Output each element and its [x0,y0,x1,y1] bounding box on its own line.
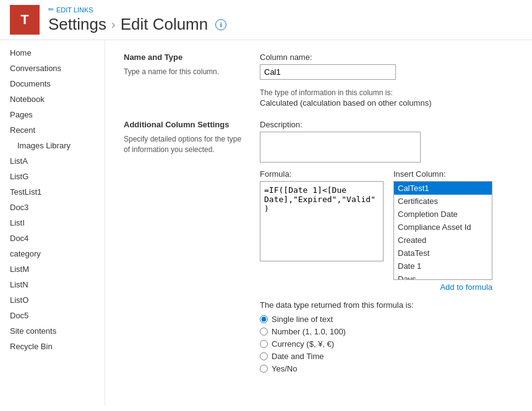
add-to-formula-button[interactable]: Add to formula [393,282,492,292]
insert-column-listbox[interactable]: CalTest1CertificatesCompletion DateCompl… [393,181,492,280]
radio-label-currency: Currency ($, ¥, €) [272,339,334,349]
sidebar-item-home[interactable]: Home [0,45,105,61]
sidebar-item-conversations[interactable]: Conversations [0,61,105,76]
sidebar-item-notebook[interactable]: Notebook [0,91,105,107]
sidebar-item-doc3[interactable]: Doc3 [0,200,105,215]
sidebar-item-doc5[interactable]: Doc5 [0,308,105,323]
formula-row: Formula: =IF([Date 1]<[Due Date],"Expire… [260,169,513,292]
header-text: ✏ EDIT LINKS Settings › Edit Column i [48,6,226,34]
radio-currency[interactable] [260,340,268,348]
sidebar-item-doc4[interactable]: Doc4 [0,231,105,246]
insert-column-col: Insert Column: CalTest1CertificatesCompl… [393,169,492,292]
main-content: Name and Type Type a name for this colum… [105,40,532,405]
additional-settings-right: Description: Formula: =IF([Date 1]<[Due … [260,120,513,373]
radio-item-yes-no[interactable]: Yes/No [260,364,513,373]
radio-number[interactable] [260,328,268,336]
sidebar-item-images-library[interactable]: Images Library [0,138,105,153]
sidebar-item-testlist1[interactable]: TestList1 [0,184,105,200]
title-main: Settings [48,15,106,34]
name-type-subtitle: Type a name for this column. [124,67,247,77]
listbox-item[interactable]: CalTest1 [394,182,492,195]
radio-date-time[interactable] [260,352,268,360]
description-label: Description: [260,120,513,129]
breadcrumb-arrow: › [111,17,116,32]
formula-col: Formula: =IF([Date 1]<[Due Date],"Expire… [260,169,384,292]
additional-settings-left: Additional Column Settings Specify detai… [124,120,260,373]
edit-links-label: EDIT LINKS [56,6,93,14]
title-sub: Edit Column [121,15,208,34]
radio-label-number: Number (1, 1.0, 100) [272,327,346,336]
layout: HomeConversationsDocumentsNotebookPagesR… [0,40,532,405]
additional-settings-section: Additional Column Settings Specify detai… [124,120,513,373]
additional-settings-title: Additional Column Settings [124,120,247,129]
listbox-item[interactable]: Date 1 [394,260,492,273]
formula-textarea[interactable]: =IF([Date 1]<[Due Date],"Expired","Valid… [260,181,384,261]
column-type-value: Calculated (calculation based on other c… [260,98,513,108]
formula-label: Formula: [260,169,384,179]
column-name-input[interactable] [260,64,396,80]
page-title: Settings › Edit Column i [48,15,226,34]
radio-label-yes-no: Yes/No [272,364,297,373]
edit-links-button[interactable]: ✏ EDIT LINKS [48,6,226,14]
sidebar-item-listg[interactable]: ListG [0,169,105,184]
additional-settings-subtitle: Specify detailed options for the type of… [124,134,247,155]
logo: T [10,5,40,35]
data-type-label: The data type returned from this formula… [260,300,513,310]
sidebar-item-documents[interactable]: Documents [0,76,105,91]
data-type-radio-group: Single line of textNumber (1, 1.0, 100)C… [260,315,513,373]
name-type-title: Name and Type [124,53,247,62]
name-type-section: Name and Type Type a name for this colum… [124,53,513,108]
pencil-icon: ✏ [48,6,54,14]
sidebar-item-lista[interactable]: ListA [0,153,105,169]
name-type-right: Column name: The type of information in … [260,53,513,108]
column-type-label: The type of information in this column i… [260,88,513,97]
radio-item-currency[interactable]: Currency ($, ¥, €) [260,339,513,349]
sidebar-item-site-contents[interactable]: Site contents [0,323,105,339]
sidebar-item-pages[interactable]: Pages [0,107,105,122]
listbox-item[interactable]: Days [394,273,492,280]
sidebar: HomeConversationsDocumentsNotebookPagesR… [0,40,105,405]
sidebar-item-listo[interactable]: ListO [0,292,105,308]
listbox-item[interactable]: Certificates [394,195,492,208]
header: T ✏ EDIT LINKS Settings › Edit Column i [0,0,532,40]
sidebar-item-recent[interactable]: Recent [0,122,105,138]
info-icon[interactable]: i [215,19,226,30]
sidebar-item-category[interactable]: category [0,246,105,261]
listbox-item[interactable]: Compliance Asset Id [394,221,492,234]
sidebar-item-listl[interactable]: ListI [0,215,105,231]
sidebar-item-listm[interactable]: ListM [0,261,105,277]
radio-item-single-line[interactable]: Single line of text [260,315,513,324]
data-type-section: The data type returned from this formula… [260,300,513,373]
listbox-item[interactable]: Created [394,234,492,247]
radio-label-date-time: Date and Time [272,352,324,361]
radio-single-line[interactable] [260,315,268,323]
radio-label-single-line: Single line of text [272,315,333,324]
insert-column-label: Insert Column: [393,169,492,179]
radio-yes-no[interactable] [260,365,268,373]
description-textarea[interactable] [260,132,421,163]
radio-item-number[interactable]: Number (1, 1.0, 100) [260,327,513,336]
column-name-label: Column name: [260,53,513,62]
name-type-left: Name and Type Type a name for this colum… [124,53,260,108]
sidebar-item-recycle-bin[interactable]: Recycle Bin [0,339,105,354]
sidebar-item-listn[interactable]: ListN [0,277,105,292]
listbox-item[interactable]: Completion Date [394,208,492,221]
listbox-item[interactable]: DataTest [394,247,492,260]
radio-item-date-time[interactable]: Date and Time [260,352,513,361]
